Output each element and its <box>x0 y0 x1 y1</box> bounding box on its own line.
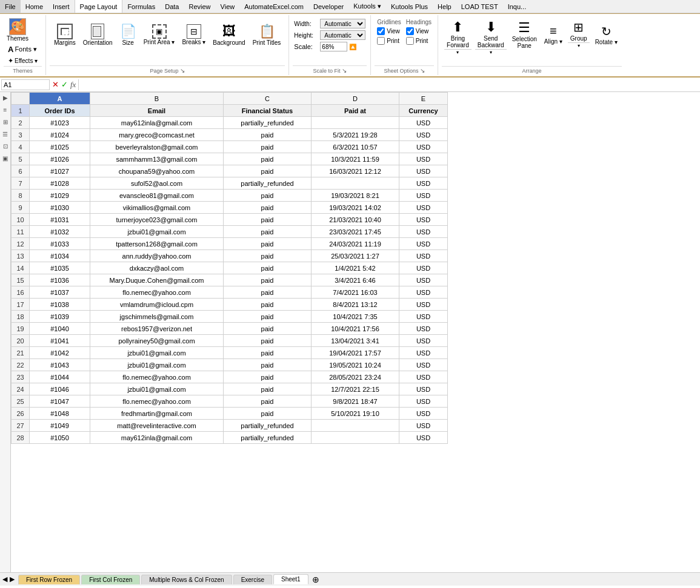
formula-fx-icon[interactable]: fx <box>70 80 76 90</box>
page-setup-content: Margins Orientation 📄 Size ▣ Print Area … <box>50 16 285 65</box>
scale-row: Scale: 🔼 <box>294 42 356 51</box>
themes-group-label: Themes <box>4 66 42 74</box>
sidebar-icon-6[interactable]: ▣ <box>1 154 10 162</box>
menu-kutools-plus[interactable]: Kutools Plus <box>386 0 433 13</box>
cell-d[interactable] <box>312 117 399 129</box>
sidebar-icon-5[interactable]: ⊡ <box>1 142 10 150</box>
cell-c1[interactable]: Financial Status <box>224 105 312 117</box>
spreadsheet-area[interactable]: A B C D E 1 Order IDs Email Financial St… <box>11 92 700 572</box>
main-area: ▶ ≡ ⊞ ☰ ⊡ ▣ A B C D <box>0 92 700 572</box>
sheet-tab-first-row[interactable]: First Row Frozen <box>18 575 80 584</box>
cell-c[interactable]: partially_refunded <box>224 117 312 129</box>
sheet-tab-sheet1[interactable]: Sheet1 <box>273 574 308 584</box>
table-row: 27 #1049 matt@revelinteractive.com parti… <box>12 420 448 432</box>
formula-cancel-icon[interactable]: ✕ <box>52 80 59 89</box>
print-titles-icon: 📋 <box>259 24 275 39</box>
size-button[interactable]: 📄 Size <box>117 18 139 51</box>
menu-developer[interactable]: Developer <box>308 0 348 13</box>
left-sidebar: ▶ ≡ ⊞ ☰ ⊡ ▣ <box>0 92 11 572</box>
cell-e1[interactable]: Currency <box>399 105 448 117</box>
cell-a[interactable]: #1023 <box>30 117 90 129</box>
col-header-e[interactable]: E <box>399 93 448 105</box>
fonts-button[interactable]: A Fonts ▾ <box>5 44 40 55</box>
formula-confirm-icon[interactable]: ✓ <box>61 80 68 89</box>
menu-help[interactable]: Help <box>433 0 456 13</box>
col-header-b[interactable]: B <box>90 93 224 105</box>
row-num: 2 <box>12 117 30 129</box>
menu-data[interactable]: Data <box>160 0 184 13</box>
menu-page-layout[interactable]: Page Layout <box>75 0 123 13</box>
row-num-1[interactable]: 1 <box>12 105 30 117</box>
gridlines-view-row: View <box>377 27 401 35</box>
align-button[interactable]: ≡ Align ▾ <box>541 18 565 51</box>
cell-e[interactable]: USD <box>399 117 448 129</box>
width-select[interactable]: Automatic <box>320 19 365 28</box>
sheet-tab-multiple[interactable]: Multiple Rows & Col Frozen <box>141 575 232 584</box>
width-label: Width: <box>294 21 318 27</box>
menu-review[interactable]: Review <box>184 0 215 13</box>
menu-insert[interactable]: Insert <box>48 0 75 13</box>
table-row: 2 #1023 may612inla@gmail.com partially_r… <box>12 117 448 129</box>
effects-button[interactable]: ✦ Effects ▾ <box>5 55 41 66</box>
bring-forward-button[interactable]: ⬆ BringForward ▾ <box>443 18 473 56</box>
headings-view-checkbox[interactable] <box>406 27 414 35</box>
sidebar-icon-4[interactable]: ☰ <box>1 130 10 138</box>
headings-print-row: Print <box>406 37 432 45</box>
send-backward-button[interactable]: ⬇ SendBackward ▾ <box>474 18 508 56</box>
breaks-button[interactable]: ⊟ Breaks ▾ <box>179 18 208 51</box>
arrange-content: ⬆ BringForward ▾ ⬇ SendBackward ▾ ☰ Sele… <box>442 16 622 66</box>
menu-home[interactable]: Home <box>21 0 48 13</box>
send-backward-arrow[interactable]: ▾ <box>475 49 507 55</box>
col-header-a[interactable]: A <box>30 93 90 105</box>
selection-pane-button[interactable]: ☰ SelectionPane <box>509 18 540 51</box>
cell-b[interactable]: may612inla@gmail.com <box>90 117 224 129</box>
sidebar-icon-2[interactable]: ≡ <box>1 105 10 114</box>
ribbon-group-scale: Width: Automatic Height: Automatic Scale… <box>289 15 371 75</box>
col-header-c[interactable]: C <box>224 93 312 105</box>
print-area-button[interactable]: ▣ Print Area ▾ <box>141 18 178 51</box>
cell-d1[interactable]: Paid at <box>312 105 399 117</box>
orientation-button[interactable]: Orientation <box>80 18 116 51</box>
bring-forward-arrow[interactable]: ▾ <box>444 49 472 55</box>
rotate-button[interactable]: ↻ Rotate ▾ <box>592 18 621 51</box>
gridlines-view-checkbox[interactable] <box>377 27 385 35</box>
name-box[interactable] <box>1 79 50 90</box>
sheet-nav-left[interactable]: ◀ <box>2 575 7 583</box>
scale-input[interactable] <box>320 42 347 51</box>
page-setup-group-label: Page Setup ↘ <box>50 65 285 74</box>
menu-kutools[interactable]: Kutools ▾ <box>348 0 386 13</box>
group-button[interactable]: ⊞ Group ▾ <box>567 18 591 50</box>
sheet-tab-first-col[interactable]: First Col Frozen <box>81 575 140 584</box>
bring-forward-icon: ⬆ <box>452 19 463 35</box>
sidebar-icon-3[interactable]: ⊞ <box>1 117 10 126</box>
table-row: 17 #1038 vmlamdrum@icloud.cpm paid 8/4/2… <box>12 299 448 311</box>
headings-print-checkbox[interactable] <box>406 37 414 45</box>
scale-group-label: Scale to Fit ↘ <box>293 65 367 74</box>
cell-a1[interactable]: Order IDs <box>30 105 90 117</box>
gridlines-print-checkbox[interactable] <box>377 37 385 45</box>
menu-inqu[interactable]: Inqu... <box>503 0 532 13</box>
background-button[interactable]: 🖼 Background <box>210 18 248 51</box>
cell-b1[interactable]: Email <box>90 105 224 117</box>
sheet-add-button[interactable]: ⊕ <box>312 575 319 584</box>
sheet-nav-right[interactable]: ▶ <box>10 575 15 583</box>
menu-automateexcel[interactable]: AutomateExcel.com <box>239 0 308 13</box>
height-select[interactable]: Automatic <box>320 30 365 40</box>
margins-button[interactable]: Margins <box>51 18 79 51</box>
sheet-tab-exercise[interactable]: Exercise <box>233 575 272 584</box>
menu-load-test[interactable]: LOAD TEST <box>456 0 503 13</box>
formula-bar: ✕ ✓ fx Order IDs <box>0 78 700 92</box>
table-row: 3 #1024 mary.greco@comcast.net paid 5/3/… <box>12 129 448 141</box>
sidebar-icon-1[interactable]: ▶ <box>1 93 10 102</box>
col-header-d[interactable]: D <box>312 93 399 105</box>
print-titles-button[interactable]: 📋 Print Titles <box>250 18 284 51</box>
rotate-icon: ↻ <box>601 24 612 39</box>
themes-button[interactable]: 🎨 Themes <box>5 16 39 43</box>
menu-file[interactable]: File <box>0 0 21 13</box>
menu-view[interactable]: View <box>216 0 240 13</box>
menu-formulas[interactable]: Formulas <box>122 0 160 13</box>
group-arrow[interactable]: ▾ <box>568 42 590 48</box>
table-row: 25 #1047 flo.nemec@yahoo.com paid 9/8/20… <box>12 395 448 408</box>
formula-input[interactable]: Order IDs <box>78 79 699 90</box>
sheet-options-content: Gridlines View Print Headings View <box>375 16 434 65</box>
